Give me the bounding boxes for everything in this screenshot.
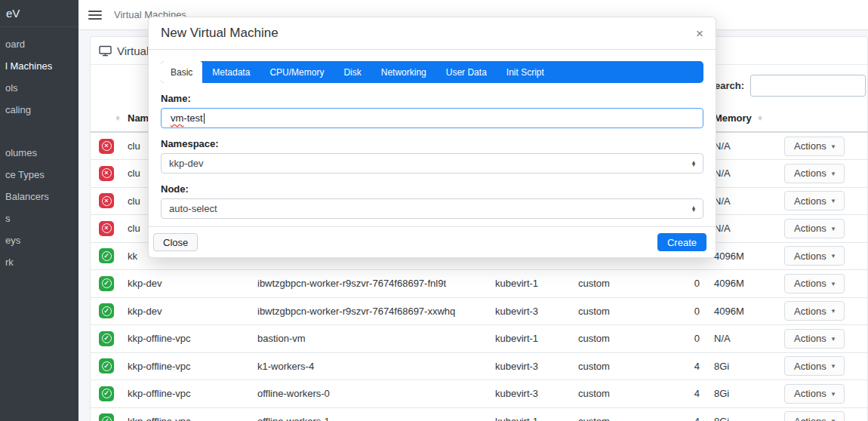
status-badge: ✓: [99, 331, 114, 346]
chevron-down-icon: ▾: [832, 362, 836, 370]
table-row: ✓ kkp-dev ibwtzgbpcn-worker-r9szvr-7674f…: [91, 270, 868, 298]
close-button[interactable]: Close: [153, 233, 198, 251]
cell-type: custom: [578, 325, 680, 353]
sidebar: eV oard l Machines ols caling olumes ce …: [0, 0, 78, 421]
actions-button[interactable]: Actions ▾: [784, 329, 845, 349]
sidebar-item[interactable]: oard: [0, 33, 78, 55]
actions-button[interactable]: Actions ▾: [784, 356, 845, 376]
new-vm-modal: New Virtual Machine × Basic Metadata CPU…: [148, 17, 716, 258]
create-button[interactable]: Create: [657, 233, 706, 251]
status-icon: ✓: [102, 333, 112, 343]
sidebar-item[interactable]: caling: [0, 99, 78, 121]
cell-cpu: 0: [680, 325, 704, 353]
status-icon: ×: [102, 168, 112, 178]
cell-namespace: kkp-offline-vpc: [128, 380, 257, 408]
cell-node: kubevirt-3: [495, 380, 578, 408]
status-badge: ×: [99, 139, 114, 154]
cell-node: kubevirt-1: [495, 325, 578, 353]
status-icon: ✓: [102, 389, 112, 398]
sidebar-item[interactable]: s: [0, 207, 78, 229]
name-value-rest: -test: [183, 112, 202, 124]
status-badge: ✓: [99, 358, 114, 373]
status-badge: ✓: [99, 413, 114, 421]
status-icon: ×: [102, 223, 112, 233]
cell-namespace: kkp-dev: [128, 297, 257, 325]
sidebar-item[interactable]: ols: [0, 77, 78, 99]
modal-tab[interactable]: Disk: [334, 61, 371, 83]
modal-tab[interactable]: Metadata: [202, 61, 260, 83]
select-arrows-icon: ▴▾: [692, 206, 695, 212]
chevron-down-icon: ▾: [832, 252, 836, 260]
modal-tab[interactable]: User Data: [436, 61, 497, 83]
cell-node: kubevirt-1: [495, 407, 578, 421]
cell-cpu: 4: [680, 352, 704, 380]
chevron-down-icon: ▾: [832, 335, 836, 343]
cell-name: ibwtzgbpcn-worker-r9szvr-7674f68697-xxwh…: [257, 297, 495, 325]
cell-node: kubevirt-3: [495, 352, 578, 380]
cell-memory: 8Gi: [704, 380, 768, 408]
cell-memory: 4096M: [704, 297, 768, 325]
namespace-label: Namespace:: [161, 138, 703, 149]
cell-type: custom: [578, 352, 680, 380]
chevron-down-icon: ▾: [832, 170, 836, 177]
actions-button[interactable]: Actions ▾: [784, 164, 845, 183]
chevron-down-icon: ▾: [832, 197, 836, 204]
chevron-down-icon: ▾: [832, 143, 836, 150]
search-input[interactable]: [750, 75, 866, 97]
modal-tab[interactable]: Networking: [371, 61, 436, 83]
modal-tab[interactable]: Init Script: [497, 61, 554, 83]
chevron-down-icon: ▾: [832, 390, 836, 398]
cell-memory: 8Gi: [704, 407, 768, 421]
status-icon: ×: [102, 141, 112, 151]
actions-button[interactable]: Actions ▾: [784, 219, 845, 238]
actions-button[interactable]: Actions ▾: [784, 246, 845, 266]
node-select[interactable]: auto-select ▴▾: [161, 198, 703, 219]
menu-toggle-icon[interactable]: [88, 8, 102, 22]
cell-node: kubevirt-1: [495, 270, 578, 298]
chevron-down-icon: ▾: [832, 417, 836, 421]
sidebar-item[interactable]: eys: [0, 229, 78, 251]
status-badge: ×: [99, 221, 114, 236]
monitor-icon: [99, 45, 112, 57]
actions-button[interactable]: Actions ▾: [784, 274, 845, 293]
name-input[interactable]: vm-test: [161, 108, 703, 128]
cell-type: custom: [578, 380, 680, 408]
namespace-select[interactable]: kkp-dev ▴▾: [161, 153, 703, 174]
status-badge: ×: [99, 166, 114, 181]
sidebar-item[interactable]: olumes: [0, 142, 78, 164]
cell-cpu: 0: [680, 270, 704, 298]
modal-tab[interactable]: CPU/Memory: [260, 61, 334, 83]
text-cursor: [204, 113, 205, 124]
cell-memory: N/A: [704, 325, 768, 353]
modal-tabbar: Basic Metadata CPU/Memory Disk Networkin…: [161, 61, 703, 83]
table-row: ✓ kkp-offline-vpc bastion-vm kubevirt-1 …: [91, 325, 868, 353]
sidebar-nav: oard l Machines ols caling olumes ce Typ…: [0, 27, 78, 273]
cell-name: offline-workers-0: [257, 380, 495, 408]
close-icon[interactable]: ×: [696, 27, 703, 40]
sidebar-item[interactable]: ce Types: [0, 164, 78, 186]
sidebar-item[interactable]: rk: [0, 251, 78, 273]
table-row: ✓ kkp-offline-vpc k1-workers-4 kubevirt-…: [91, 352, 868, 380]
status-badge: ✓: [99, 276, 114, 291]
status-badge: ✓: [99, 248, 114, 263]
cell-namespace: kkp-offline-vpc: [128, 352, 257, 380]
actions-button[interactable]: Actions ▾: [784, 137, 845, 156]
actions-button[interactable]: Actions ▾: [784, 301, 845, 321]
modal-header: New Virtual Machine ×: [149, 17, 716, 50]
status-icon: ✓: [102, 416, 112, 421]
sidebar-item[interactable]: l Machines: [0, 55, 78, 77]
actions-button[interactable]: Actions ▾: [784, 384, 845, 404]
table-row: ✓ kkp-dev ibwtzgbpcn-worker-r9szvr-7674f…: [91, 297, 868, 325]
actions-button[interactable]: Actions ▾: [784, 191, 845, 210]
chevron-down-icon: ▾: [832, 280, 836, 287]
modal-title: New Virtual Machine: [161, 26, 279, 41]
col-header-status[interactable]: ♦: [91, 104, 128, 132]
chevron-down-icon: ▾: [832, 225, 836, 232]
modal-tab[interactable]: Basic: [161, 61, 202, 83]
col-header-actions: [768, 104, 868, 132]
status-icon: ×: [102, 196, 112, 206]
sidebar-item[interactable]: Balancers: [0, 186, 78, 207]
actions-button[interactable]: Actions ▾: [784, 411, 845, 421]
name-label: Name:: [161, 93, 703, 104]
modal-footer: Close Create: [149, 226, 716, 257]
